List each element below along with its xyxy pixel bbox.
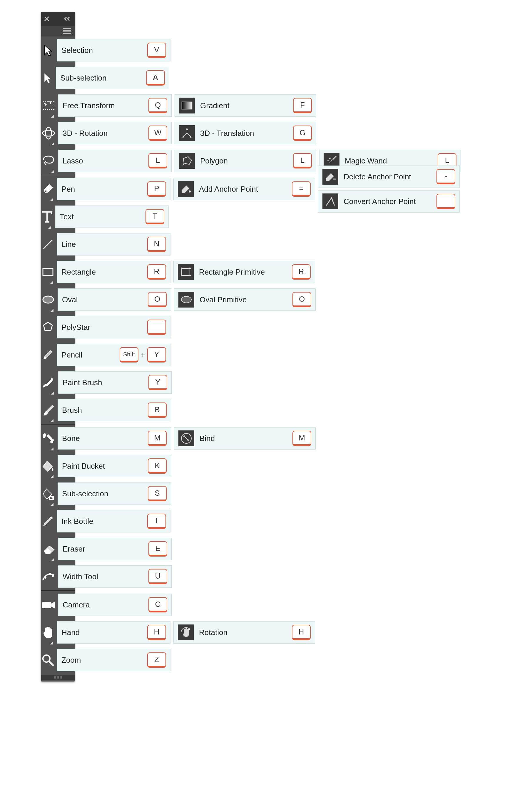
svg-rect-22	[46, 434, 52, 440]
svg-rect-7	[43, 268, 53, 276]
polystar-tool[interactable]	[41, 314, 55, 341]
tool-row-eraser: EraserE	[41, 535, 75, 563]
svg-point-12	[189, 275, 191, 277]
brush-tool[interactable]	[41, 396, 55, 424]
rect-prim-icon	[178, 264, 194, 280]
camera-tool[interactable]	[41, 591, 56, 619]
freetransform-tool[interactable]	[41, 92, 56, 119]
text-tool[interactable]	[41, 203, 53, 230]
shortcut-key: T	[146, 209, 164, 224]
flyout-indicator-icon	[51, 448, 54, 450]
tool-label: Rectangle Primitive	[199, 268, 265, 277]
tool-labels: Free TransformQGradientF	[58, 94, 316, 117]
tool-label: Camera	[63, 600, 90, 609]
menu-icon[interactable]	[63, 28, 71, 34]
tool-label: Lasso	[63, 156, 83, 166]
shortcut-key: Q	[148, 98, 167, 113]
tool-label: Bind	[200, 434, 215, 443]
tool-label-card: 3D - TranslationG	[175, 122, 316, 144]
svg-point-29	[49, 573, 51, 575]
shortcut-key: Y	[148, 375, 167, 390]
svg-point-19	[43, 435, 45, 438]
svg-point-13	[43, 296, 54, 303]
pen-tool[interactable]	[41, 175, 55, 203]
tool-label: 3D - Translation	[200, 129, 254, 138]
tool-labels: 3D - RotationW3D - TranslationG	[58, 122, 316, 144]
tool-label: Bone	[62, 434, 80, 443]
bone-tool[interactable]	[41, 424, 55, 452]
shortcut-key: G	[293, 126, 312, 141]
shortcut-key: W	[148, 126, 167, 141]
hand-tool[interactable]	[41, 619, 55, 646]
paintbrush-tool[interactable]	[41, 369, 56, 396]
shortcut-key: P	[147, 182, 166, 197]
collapse-icon[interactable]	[63, 17, 72, 21]
tool-label-card: Ink BottleI	[57, 510, 170, 532]
rotate3d-tool[interactable]	[41, 119, 56, 147]
inkbottle-tool[interactable]	[41, 508, 55, 535]
pencil-tool[interactable]	[41, 341, 55, 369]
tool-label: Eraser	[63, 545, 85, 554]
tool-label-card: Sub-selectionA	[56, 67, 169, 89]
tool-label-card: BrushB	[58, 399, 171, 421]
tool-label-card: PolyStar	[57, 316, 170, 338]
flyout-indicator-icon	[50, 281, 53, 284]
tool-label-card: BindM	[174, 427, 316, 450]
tool-label-card: Paint BrushY	[58, 371, 172, 394]
zoom-tool[interactable]	[41, 646, 55, 674]
tool-row-polystar: PolyStar	[41, 314, 75, 341]
rectangle-tool[interactable]	[41, 258, 55, 286]
tool-label-card: PenP	[57, 178, 170, 200]
toolbar-grip[interactable]	[41, 675, 75, 680]
svg-marker-17	[43, 322, 52, 330]
tool-label-card: Free TransformQ	[58, 94, 172, 117]
tool-label-card: Sub-selectionS	[58, 482, 171, 505]
tool-row-line: LineN	[41, 230, 75, 258]
flyout-indicator-icon	[51, 142, 54, 145]
flyout-indicator-icon	[51, 475, 54, 478]
tool-label: Sub-selection	[60, 74, 107, 82]
shortcut-key: E	[148, 541, 167, 556]
tool-label: Rotation	[199, 628, 228, 637]
svg-rect-8	[182, 268, 190, 276]
close-icon[interactable]	[44, 16, 50, 21]
shortcut-key: =	[292, 182, 311, 197]
tool-labels: Paint BrushY	[58, 371, 172, 394]
shortcut-key: M	[148, 431, 167, 446]
eraser-tool[interactable]	[41, 535, 56, 563]
subselection-tool[interactable]	[41, 64, 54, 92]
flyout-indicator-icon	[51, 115, 54, 118]
subselection2-tool[interactable]	[41, 480, 55, 508]
svg-line-26	[184, 436, 188, 440]
bind-icon	[178, 431, 194, 446]
svg-point-2	[43, 130, 54, 136]
shortcut-key: N	[147, 237, 166, 252]
paintbucket-tool[interactable]	[41, 452, 55, 480]
tool-row-pencil: PencilShift+Y	[41, 341, 75, 369]
shortcut-key: H	[292, 625, 311, 640]
tool-row-paintbucket: Paint BucketK	[41, 452, 75, 480]
shortcut-key: U	[148, 569, 167, 584]
shortcut-key: R	[292, 264, 311, 280]
tool-label: PolyStar	[61, 323, 90, 332]
tool-row-freetransform: Free TransformQGradientF	[41, 92, 75, 119]
tool-label: 3D - Rotation	[63, 129, 108, 138]
svg-point-16	[191, 299, 192, 300]
oval-tool[interactable]	[41, 286, 55, 314]
width-tool[interactable]	[41, 563, 56, 590]
tool-labels: Paint BucketK	[58, 455, 171, 477]
shortcut-key: R	[147, 264, 166, 280]
line-tool[interactable]	[41, 230, 55, 258]
tool-labels: Width ToolU	[58, 565, 172, 588]
tool-label-card: RectangleR	[57, 261, 170, 283]
tool-label: Width Tool	[63, 572, 98, 581]
selection-tool[interactable]	[41, 36, 55, 64]
toolbar-panel: SelectionVSub-selectionAFree TransformQG…	[41, 12, 75, 682]
gradient-icon	[179, 98, 195, 113]
tool-labels: LineN	[57, 233, 170, 255]
lasso-tool[interactable]	[41, 147, 56, 175]
shortcut-key: Z	[147, 652, 166, 668]
tool-label-card: Add Anchor Point=	[173, 178, 315, 200]
tool-label: Pencil	[61, 351, 82, 360]
tool-labels: Sub-selectionS	[58, 482, 171, 505]
